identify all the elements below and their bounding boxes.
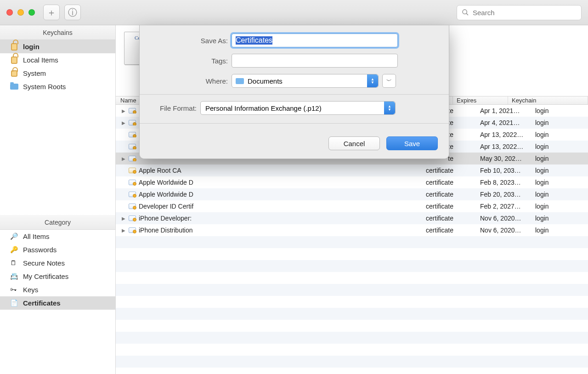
folder-icon xyxy=(10,83,18,91)
keychain-item[interactable]: Local Items xyxy=(0,53,115,67)
category-label: Passwords xyxy=(23,246,57,254)
svg-line-1 xyxy=(466,13,468,15)
category-icon: 📄 xyxy=(10,299,18,307)
row-expires: Nov 6, 2020… xyxy=(476,215,531,222)
save-button[interactable]: Save xyxy=(386,136,438,150)
table-row[interactable]: ▶iPhone DistributioncertificateNov 6, 20… xyxy=(116,224,588,236)
where-label: Where: xyxy=(151,77,228,85)
table-row[interactable]: ▶iPhone Developer:certificateNov 6, 2020… xyxy=(116,212,588,224)
category-label: Secure Notes xyxy=(23,259,65,267)
keychain-item[interactable]: login xyxy=(0,40,115,53)
certificate-icon xyxy=(129,215,136,221)
category-header: Category xyxy=(0,215,115,230)
certificate-icon xyxy=(129,192,136,197)
cancel-button[interactable]: Cancel xyxy=(328,136,380,150)
category-label: Certificates xyxy=(23,299,61,307)
info-icon: ⓘ xyxy=(68,6,77,19)
stepper-icon: ▲▼ xyxy=(367,74,378,87)
search-field[interactable] xyxy=(457,5,582,20)
disclosure-icon[interactable]: ▶ xyxy=(121,108,126,113)
col-expires[interactable]: Expires xyxy=(453,96,508,104)
certificate-icon xyxy=(129,204,136,209)
row-kind: certificate xyxy=(327,203,476,210)
where-select[interactable]: Documents ▲▼ xyxy=(232,74,379,88)
chevron-down-icon: ﹀ xyxy=(386,77,392,85)
table-row[interactable]: Developer ID CertifcertificateFeb 2, 202… xyxy=(116,200,588,212)
expand-button[interactable]: ﹀ xyxy=(382,74,396,88)
row-keychain: login xyxy=(531,191,588,198)
keychain-item[interactable]: System xyxy=(0,67,115,80)
certificate-icon xyxy=(129,156,136,161)
file-format-label: File Format: xyxy=(151,104,197,112)
category-item[interactable]: 🗝Keys xyxy=(0,283,115,296)
row-name: Developer ID Certif xyxy=(139,203,193,210)
stepper-icon: ▲▼ xyxy=(384,102,395,114)
row-keychain: login xyxy=(531,107,588,114)
row-keychain: login xyxy=(531,167,588,174)
category-icon: 🔎 xyxy=(10,232,18,241)
save-as-label: Save As: xyxy=(151,37,228,45)
row-keychain: login xyxy=(531,119,588,126)
category-label: All Items xyxy=(23,232,50,240)
keychain-label: System Roots xyxy=(23,83,66,91)
keychain-label: System xyxy=(23,69,46,77)
disclosure-icon[interactable]: ▶ xyxy=(121,216,126,221)
add-button[interactable]: ＋ xyxy=(43,5,60,20)
certificate-icon xyxy=(129,180,136,185)
minimize-icon[interactable] xyxy=(17,9,24,16)
row-keychain: login xyxy=(531,215,588,222)
titlebar: ＋ ⓘ xyxy=(0,0,588,25)
tags-label: Tags: xyxy=(151,57,228,65)
lock-open-icon xyxy=(10,43,18,51)
disclosure-icon[interactable]: ▶ xyxy=(121,156,126,161)
row-keychain: login xyxy=(531,179,588,186)
zoom-icon[interactable] xyxy=(28,9,35,16)
where-value: Documents xyxy=(248,77,283,85)
category-icon: 🔑 xyxy=(10,246,18,254)
lock-open-icon xyxy=(10,56,18,64)
file-format-value: Personal Information Exchange (.p12) xyxy=(205,104,322,112)
certificate-icon xyxy=(129,108,136,113)
table-row[interactable]: Apple Root CAcertificateFeb 10, 203…logi… xyxy=(116,164,588,176)
svg-point-0 xyxy=(463,10,467,14)
col-keychain[interactable]: Keychain xyxy=(508,96,588,104)
row-keychain: login xyxy=(531,227,588,234)
category-label: My Certificates xyxy=(23,272,68,280)
category-item[interactable]: 🔑Passwords xyxy=(0,243,115,256)
tags-input[interactable] xyxy=(232,54,398,68)
file-format-select[interactable]: Personal Information Exchange (.p12) ▲▼ xyxy=(200,101,396,115)
row-name: Apple Root CA xyxy=(139,167,181,174)
disclosure-icon[interactable]: ▶ xyxy=(121,228,126,233)
row-expires: Nov 6, 2020… xyxy=(476,227,531,234)
row-expires: Apr 4, 2021… xyxy=(476,119,531,126)
row-expires: Apr 13, 2022… xyxy=(476,143,531,150)
certificate-icon xyxy=(129,168,136,173)
category-item[interactable]: 🗒Secure Notes xyxy=(0,256,115,270)
search-input[interactable] xyxy=(473,9,577,17)
category-icon: 🗒 xyxy=(10,259,18,267)
table-row[interactable]: Apple Worldwide DcertificateFeb 8, 2023…… xyxy=(116,176,588,188)
category-item[interactable]: 🔎All Items xyxy=(0,230,115,243)
keychains-header: Keychains xyxy=(0,25,115,40)
close-icon[interactable] xyxy=(6,9,13,16)
row-expires: Apr 13, 2022… xyxy=(476,131,531,138)
certificate-icon xyxy=(129,132,136,137)
disclosure-icon[interactable]: ▶ xyxy=(121,120,126,125)
category-item[interactable]: 📇My Certificates xyxy=(0,270,115,283)
lock-closed-icon xyxy=(10,69,18,78)
search-icon xyxy=(462,9,469,16)
info-button[interactable]: ⓘ xyxy=(64,5,81,20)
category-item[interactable]: 📄Certificates xyxy=(0,296,115,310)
keychain-item[interactable]: System Roots xyxy=(0,80,115,93)
row-keychain: login xyxy=(531,131,588,138)
folder-icon xyxy=(236,78,244,84)
table-row[interactable]: Apple Worldwide DcertificateFeb 20, 203…… xyxy=(116,188,588,200)
row-expires: Feb 10, 203… xyxy=(476,167,531,174)
row-keychain: login xyxy=(531,155,588,162)
row-expires: Feb 2, 2027… xyxy=(476,203,531,210)
row-kind: certificate xyxy=(327,179,476,186)
row-name: Apple Worldwide D xyxy=(139,191,193,198)
row-keychain: login xyxy=(531,203,588,210)
save-as-input[interactable] xyxy=(232,34,398,47)
row-name: iPhone Developer: xyxy=(139,215,192,222)
